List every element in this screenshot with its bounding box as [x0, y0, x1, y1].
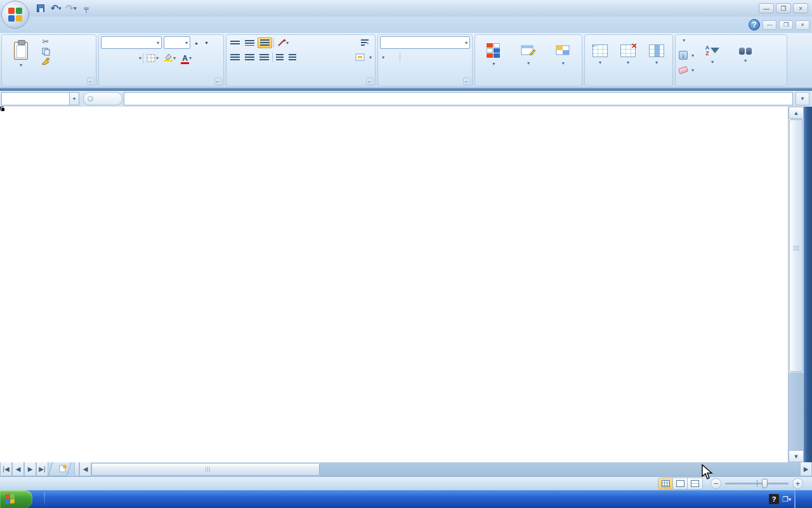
- horizontal-scrollbar-thumb[interactable]: [91, 463, 320, 476]
- page-break-view-button[interactable]: [688, 478, 702, 489]
- clear-button[interactable]: ▾: [678, 67, 695, 74]
- save-button[interactable]: [34, 3, 47, 14]
- selected-cell-outline[interactable]: [0, 107, 4, 110]
- zoom-in-button[interactable]: +: [792, 478, 803, 489]
- alignment-group-label: [226, 76, 375, 86]
- shrink-font-button[interactable]: ▼: [202, 36, 211, 49]
- format-as-table-button[interactable]: ▾: [512, 36, 546, 74]
- scroll-up-button[interactable]: ▲: [789, 107, 804, 119]
- align-center-button[interactable]: [243, 53, 256, 62]
- paste-button[interactable]: ▾: [4, 36, 38, 74]
- minimize-button[interactable]: —: [759, 3, 774, 13]
- font-color-button[interactable]: A▾: [179, 51, 193, 65]
- increase-indent-button[interactable]: [287, 53, 298, 62]
- conditional-formatting-button[interactable]: ▾: [477, 36, 511, 74]
- font-name-combo[interactable]: ▾: [101, 36, 162, 49]
- customize-qat-icon: ╤: [84, 4, 89, 12]
- undo-button[interactable]: ↶▾: [49, 3, 62, 14]
- spreadsheet-grid: [0, 107, 788, 462]
- italic-button[interactable]: [114, 52, 125, 64]
- bold-button[interactable]: [101, 52, 112, 64]
- scroll-right-button[interactable]: ▶: [800, 462, 812, 476]
- zoom-slider[interactable]: [725, 483, 789, 485]
- insert-cells-button[interactable]: ▾: [587, 36, 613, 74]
- align-top-button[interactable]: [228, 39, 242, 46]
- normal-view-button[interactable]: [658, 478, 673, 489]
- align-bottom-button[interactable]: [258, 37, 272, 48]
- name-box-dropdown[interactable]: ▾: [70, 92, 79, 105]
- fill-color-button[interactable]: ▾: [162, 51, 178, 65]
- wrap-text-button[interactable]: [358, 37, 373, 48]
- copy-button[interactable]: [39, 46, 54, 57]
- percent-style-button[interactable]: [388, 56, 392, 58]
- align-left-button[interactable]: [228, 53, 242, 62]
- close-button[interactable]: ×: [793, 3, 808, 13]
- number-dialog-launcher[interactable]: ⌐: [463, 77, 471, 85]
- workbook-restore-button[interactable]: ❒: [779, 20, 793, 30]
- clipboard-dialog-launcher[interactable]: ⌐: [87, 77, 95, 85]
- customize-qat-button[interactable]: ╤: [80, 3, 93, 14]
- tab-split-handle[interactable]: [74, 462, 79, 476]
- language-indicator[interactable]: ?: [769, 494, 779, 504]
- show-hidden-icons-button[interactable]: ❐▾: [782, 494, 792, 504]
- comma-style-button[interactable]: [394, 56, 398, 58]
- first-sheet-button[interactable]: |◀: [0, 462, 12, 476]
- sort-filter-button[interactable]: AZ ▾: [697, 36, 728, 74]
- orientation-button[interactable]: ▾: [275, 37, 291, 48]
- fill-handle[interactable]: [1, 107, 5, 112]
- restore-button[interactable]: ❒: [776, 3, 791, 13]
- scroll-down-button[interactable]: ▼: [789, 450, 804, 462]
- merge-center-button[interactable]: ▾: [354, 52, 373, 62]
- insert-worksheet-button[interactable]: [48, 462, 71, 476]
- format-painter-button[interactable]: [39, 57, 54, 67]
- vertical-scrollbar-track[interactable]: [789, 373, 804, 450]
- redo-button[interactable]: ↷▾: [65, 3, 77, 14]
- borders-button[interactable]: ▾: [145, 53, 160, 64]
- zoom-slider-thumb[interactable]: [762, 479, 768, 488]
- workbook-minimize-button[interactable]: —: [763, 20, 776, 30]
- cell-styles-button[interactable]: ▾: [546, 36, 580, 74]
- vertical-scrollbar[interactable]: ▲ ▼: [788, 107, 804, 462]
- font-dialog-launcher[interactable]: ⌐: [214, 77, 222, 85]
- font-group: ▾ ▾ ▲ ▼ ▾ ▾ ▾ A▾ ⌐: [98, 34, 224, 86]
- prev-sheet-button[interactable]: ◀: [12, 462, 24, 476]
- office-button[interactable]: [1, 1, 29, 29]
- number-group: ▾ ▾ ⌐: [377, 34, 473, 86]
- fill-button[interactable]: ↓▾: [678, 50, 695, 60]
- increase-decimal-button[interactable]: [402, 56, 406, 58]
- orientation-icon: [277, 39, 286, 47]
- grow-font-button[interactable]: ▲: [192, 36, 200, 49]
- last-sheet-button[interactable]: ▶|: [36, 462, 48, 476]
- start-button[interactable]: [0, 490, 32, 508]
- workbook-close-button[interactable]: ×: [796, 20, 809, 30]
- find-select-button[interactable]: ▾: [730, 36, 761, 74]
- page-layout-view-button[interactable]: [673, 478, 688, 489]
- font-size-combo[interactable]: ▾: [164, 36, 190, 49]
- help-button[interactable]: ?: [749, 19, 760, 30]
- decrease-indent-button[interactable]: [274, 53, 285, 62]
- formula-input[interactable]: [124, 92, 793, 105]
- zoom-out-button[interactable]: −: [710, 478, 721, 489]
- delete-cells-icon: [620, 44, 636, 57]
- formula-bar-expand-button[interactable]: ▾: [796, 92, 809, 105]
- format-cells-button[interactable]: ▾: [643, 36, 671, 74]
- next-sheet-button[interactable]: ▶: [24, 462, 36, 476]
- number-format-combo[interactable]: ▾: [380, 36, 470, 49]
- accounting-format-button[interactable]: ▾: [380, 53, 386, 62]
- scroll-left-button[interactable]: ◀: [79, 462, 91, 476]
- delete-cells-button[interactable]: ▾: [615, 36, 641, 74]
- formula-bar: ▾ ▾: [0, 91, 812, 107]
- horizontal-scrollbar-track[interactable]: [320, 462, 800, 476]
- vertical-scrollbar-thumb[interactable]: [789, 119, 803, 372]
- editing-group: ▾ ↓▾ ▾ AZ ▾ ▾: [675, 34, 787, 86]
- autosum-button[interactable]: ▾: [678, 37, 695, 44]
- align-middle-button[interactable]: [243, 39, 256, 47]
- underline-button[interactable]: [126, 52, 138, 64]
- decrease-decimal-button[interactable]: [408, 56, 412, 58]
- cut-button[interactable]: ✂: [39, 36, 54, 46]
- alignment-dialog-launcher[interactable]: ⌐: [366, 77, 374, 85]
- save-icon: [37, 4, 44, 12]
- align-right-button[interactable]: [258, 53, 271, 62]
- name-box[interactable]: [1, 92, 70, 105]
- horizontal-scrollbar[interactable]: ◀ ▶: [74, 462, 812, 476]
